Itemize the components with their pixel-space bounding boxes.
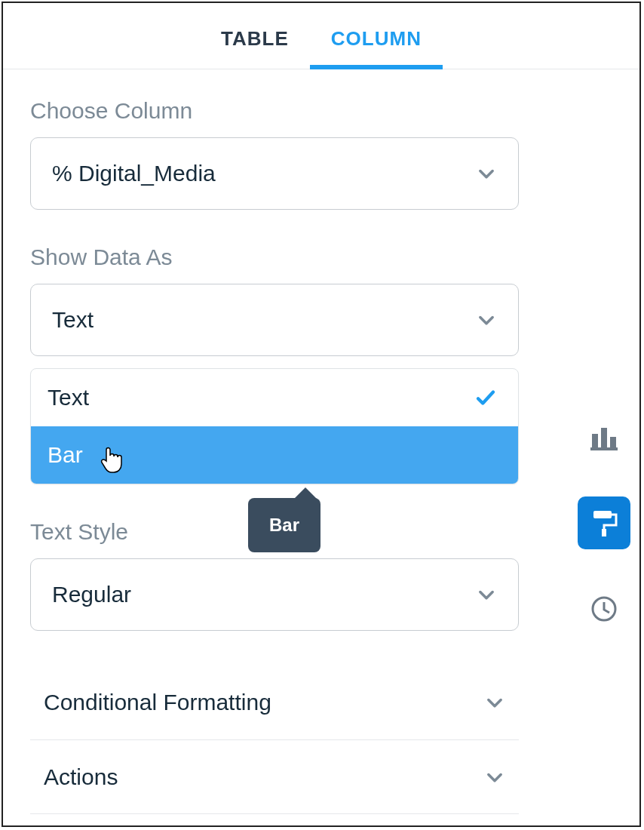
- chevron-down-icon: [484, 692, 505, 713]
- show-data-as-value: Text: [52, 307, 94, 333]
- text-style-select[interactable]: Regular: [30, 558, 519, 631]
- svg-rect-4: [593, 511, 612, 518]
- accordion-divider: [30, 813, 519, 827]
- option-bar[interactable]: Bar: [31, 426, 518, 484]
- option-text-label: Text: [48, 385, 89, 410]
- rail-chart-button[interactable]: [578, 410, 630, 463]
- option-text[interactable]: Text: [31, 369, 518, 426]
- svg-rect-2: [610, 437, 616, 447]
- tab-column[interactable]: COLUMN: [310, 27, 443, 69]
- show-data-as-label: Show Data As: [30, 244, 519, 270]
- chevron-down-icon: [476, 163, 497, 184]
- bar-chart-icon: [589, 422, 619, 452]
- rail-history-button[interactable]: [578, 583, 630, 635]
- svg-rect-3: [590, 447, 618, 450]
- chevron-down-icon: [476, 309, 497, 330]
- choose-column-select[interactable]: % Digital_Media: [30, 137, 519, 210]
- paint-roller-icon: [589, 508, 619, 538]
- choose-column-label: Choose Column: [30, 98, 519, 124]
- chevron-down-icon: [476, 584, 497, 605]
- svg-rect-0: [592, 434, 598, 447]
- tab-table[interactable]: TABLE: [200, 27, 310, 69]
- choose-column-value: % Digital_Media: [52, 161, 216, 186]
- properties-tabs: TABLE COLUMN: [3, 3, 639, 69]
- svg-rect-1: [601, 428, 607, 447]
- accordion-conditional-formatting[interactable]: Conditional Formatting: [30, 666, 519, 739]
- accordion-label: Actions: [44, 764, 118, 790]
- option-bar-label: Bar: [48, 442, 83, 468]
- show-data-as-select[interactable]: Text: [30, 284, 519, 356]
- chevron-down-icon: [484, 767, 505, 788]
- clock-icon: [589, 594, 619, 624]
- rail-format-button[interactable]: [578, 496, 630, 549]
- show-data-as-dropdown: Text Bar: [30, 368, 519, 484]
- side-rail: [575, 410, 633, 635]
- accordion-label: Conditional Formatting: [44, 690, 271, 715]
- check-icon: [474, 386, 497, 409]
- accordion-actions[interactable]: Actions: [30, 739, 519, 813]
- svg-rect-5: [602, 529, 606, 536]
- text-style-value: Regular: [52, 582, 131, 607]
- tooltip-bar: Bar: [248, 498, 320, 552]
